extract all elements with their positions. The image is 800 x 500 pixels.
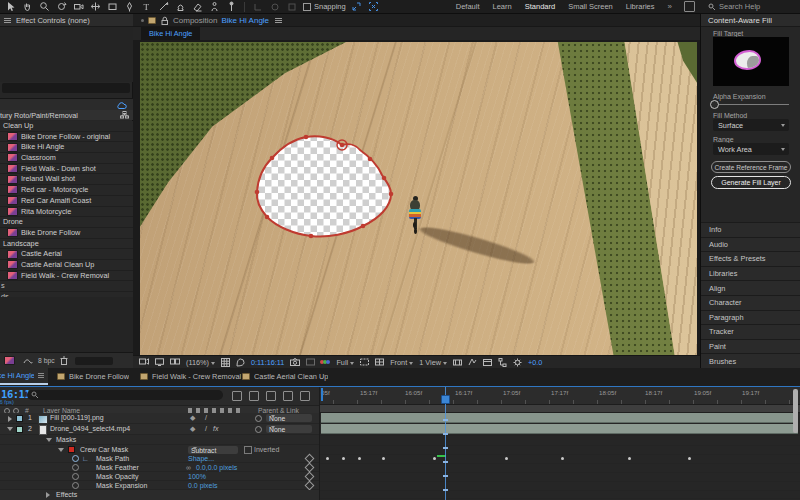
keyframe-dot[interactable]	[628, 457, 631, 460]
timeline-search-input[interactable]	[27, 390, 223, 400]
layer-color-swatch[interactable]	[16, 415, 23, 422]
collapsed-panel-tab[interactable]: Paint	[701, 339, 800, 354]
roto-brush-tool-icon[interactable]	[208, 1, 220, 13]
timeline-button-icon[interactable]	[483, 358, 492, 367]
collapsed-panel-tab[interactable]: Audio	[701, 237, 800, 252]
orbit-tool-icon[interactable]	[55, 1, 67, 13]
twirl-icon[interactable]	[7, 427, 13, 431]
help-search[interactable]: Search Help	[708, 2, 796, 11]
exposure-value[interactable]: +0.0	[528, 358, 542, 367]
project-item[interactable]: Castle Aerial Clean Up	[0, 260, 133, 271]
collapsed-panel-tab[interactable]: Brushes	[701, 353, 800, 368]
project-item[interactable]: Red Car Amalfi Coast	[0, 196, 133, 207]
pen-tool-icon[interactable]	[123, 1, 135, 13]
mask-inverted-checkbox[interactable]	[244, 446, 252, 454]
layer-bar-1[interactable]	[321, 413, 798, 423]
workspace-standard[interactable]: Standard	[525, 2, 555, 11]
keyframe-dot[interactable]	[433, 457, 436, 460]
property-value[interactable]: Shape...	[188, 455, 214, 462]
bit-depth-label[interactable]: 8 bpc	[38, 357, 55, 364]
layer-name[interactable]: Drone_0494_select4.mp4	[50, 425, 130, 432]
parent-dropdown[interactable]: None	[266, 425, 312, 433]
panel-menu-icon[interactable]	[275, 18, 282, 19]
always-preview-icon[interactable]	[139, 358, 149, 366]
local-axis-mode-icon[interactable]	[252, 1, 264, 13]
type-tool-icon[interactable]: T	[140, 1, 152, 13]
layer-row-1[interactable]: 1 Fill [000-119].png ◆ / None	[0, 413, 320, 424]
collapsed-panel-tab[interactable]: Align	[701, 280, 800, 295]
project-item[interactable]: Clean Up	[0, 121, 133, 132]
zoom-level-menu[interactable]: (116%)	[186, 358, 215, 367]
timeline-tab[interactable]: Bike Drone Follow	[57, 368, 129, 385]
property-value[interactable]: 0.0,0.0 pixels	[196, 464, 237, 471]
timeline-tab[interactable]: Field Walk - Crew Removal	[140, 368, 241, 385]
project-root-item[interactable]: tury Roto/Paint/Removal	[0, 110, 133, 120]
workspace-default[interactable]: Default	[456, 2, 480, 11]
layer-bar-2[interactable]	[321, 424, 798, 434]
frame-blending-icon[interactable]	[266, 391, 276, 401]
collapsed-panel-tab[interactable]: Character	[701, 295, 800, 310]
mask-region[interactable]	[252, 128, 398, 250]
workspace-learn[interactable]: Learn	[493, 2, 512, 11]
rectangle-tool-icon[interactable]	[106, 1, 118, 13]
pan-behind-tool-icon[interactable]	[89, 1, 101, 13]
timeline-ruler[interactable]: 05f15:17f16:05f16:17f17:05f17:17f18:05f1…	[320, 387, 800, 405]
transparency-grid-icon[interactable]	[375, 358, 384, 366]
graph-editor-icon[interactable]	[300, 391, 310, 401]
timeline-tab[interactable]: Castle Aerial Clean Up	[242, 368, 328, 385]
zoom-about-icon[interactable]	[351, 1, 363, 13]
masks-group-row[interactable]: Masks	[0, 435, 320, 445]
keyframe-dot[interactable]	[688, 457, 691, 460]
alpha-expansion-slider-track[interactable]	[713, 104, 789, 105]
workspace-small-screen[interactable]: Small Screen	[568, 2, 613, 11]
project-item[interactable]: Landscape	[0, 239, 133, 250]
mask-mode-dropdown[interactable]: Subtract	[188, 446, 238, 454]
grid-guides-icon[interactable]	[221, 358, 230, 367]
composition-tab-name[interactable]: Bike Hi Angle	[221, 16, 269, 25]
mask-path-row[interactable]: ∟ Mask Path Shape...	[0, 454, 320, 463]
world-axis-mode-icon[interactable]	[269, 1, 281, 13]
collapsed-panel-tab[interactable]: Paragraph	[701, 310, 800, 325]
draft-3d-icon[interactable]	[249, 391, 259, 401]
collapsed-panel-tab[interactable]: Tracker	[701, 324, 800, 339]
camera-tool-icon[interactable]	[72, 1, 84, 13]
hand-tool-icon[interactable]	[21, 1, 33, 13]
keyframe-dot[interactable]	[505, 457, 508, 460]
fx-switch-icon[interactable]: fx	[213, 425, 218, 432]
twirl-icon[interactable]	[58, 448, 64, 452]
property-name[interactable]: Mask Expansion	[96, 482, 147, 489]
mask-feather-row[interactable]: Mask Feather ∞ 0.0,0.0 pixels	[0, 463, 320, 472]
property-name[interactable]: Mask Feather	[96, 464, 139, 471]
project-item[interactable]: Field Walk - Down shot	[0, 164, 133, 175]
project-item[interactable]: Bike Drone Follow - original	[0, 132, 133, 143]
project-item[interactable]: Bike Drone Follow	[0, 228, 133, 239]
stopwatch-icon[interactable]	[72, 473, 79, 480]
sync-cloud-icon[interactable]	[116, 101, 127, 110]
playhead-handle[interactable]	[441, 395, 450, 404]
resolution-menu[interactable]: Full	[336, 358, 354, 367]
project-item[interactable]: Drone	[0, 217, 133, 228]
interpret-footage-icon[interactable]	[23, 357, 33, 365]
lock-icon[interactable]	[160, 16, 169, 25]
shy-switch-icon[interactable]: ◆	[190, 414, 195, 422]
shy-switch-icon[interactable]: ◆	[190, 425, 195, 433]
clone-stamp-tool-icon[interactable]	[174, 1, 186, 13]
work-area-bar[interactable]	[320, 405, 800, 413]
project-item[interactable]: Ireland Wall shot	[0, 174, 133, 185]
zoom-tool-icon[interactable]	[38, 1, 50, 13]
parent-dropdown[interactable]: None	[266, 414, 312, 422]
fast-previews-icon[interactable]	[468, 358, 477, 367]
workspace-manager-icon[interactable]	[684, 1, 695, 12]
quality-switch-icon[interactable]: /	[205, 414, 207, 421]
viewer-subtab[interactable]: Bike Hi Angle	[141, 27, 200, 40]
channel-icon[interactable]	[321, 360, 330, 364]
project-item[interactable]: Red car - Motorcycle	[0, 185, 133, 196]
mask-path-outline[interactable]	[257, 136, 391, 236]
eraser-tool-icon[interactable]	[191, 1, 203, 13]
snapping-checkbox[interactable]	[303, 3, 311, 11]
layer-row-2[interactable]: 2 Drone_0494_select4.mp4 ◆ / fx None	[0, 424, 320, 435]
collapsed-panel-tab[interactable]: Info	[701, 222, 800, 237]
keyframe-dot[interactable]	[342, 457, 345, 460]
property-value[interactable]: 100%	[188, 473, 206, 480]
3d-view-menu[interactable]: Front	[390, 358, 413, 367]
